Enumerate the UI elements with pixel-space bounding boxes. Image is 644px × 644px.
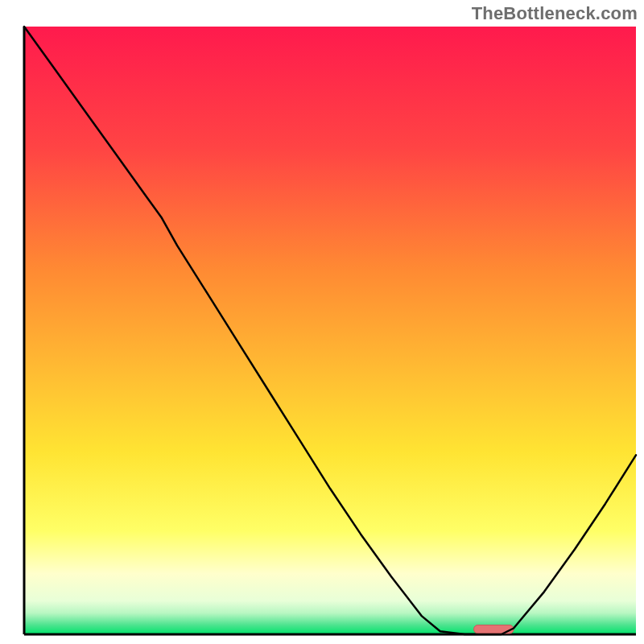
watermark-label: TheBottleneck.com (472, 3, 638, 24)
bottleneck-chart (0, 0, 644, 644)
plot-background (24, 27, 636, 634)
